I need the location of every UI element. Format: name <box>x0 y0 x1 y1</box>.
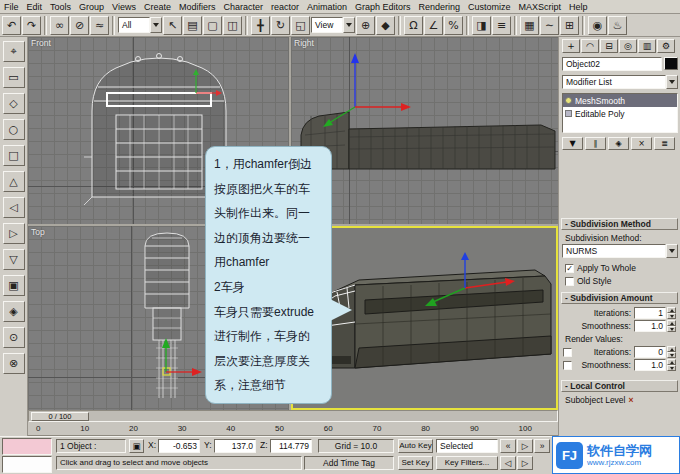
left-toolbar-icon[interactable]: ▽ <box>3 249 25 270</box>
window-crossing-icon[interactable]: ◫ <box>223 16 242 35</box>
menu-item-maxscript[interactable]: MAXScript <box>515 2 566 12</box>
time-slider-track[interactable]: 0 / 100 <box>28 410 558 422</box>
object-color-swatch[interactable] <box>664 57 678 70</box>
right-viewport-label[interactable]: Right <box>294 38 314 48</box>
key-filters-button[interactable]: Key Filters... <box>436 456 498 470</box>
show-end-result-icon[interactable]: ∥ <box>585 137 606 150</box>
make-unique-icon[interactable]: ◈ <box>608 137 629 150</box>
left-toolbar-icon[interactable]: ⌖ <box>3 41 25 62</box>
menu-item-rendering[interactable]: Rendering <box>415 2 465 12</box>
menu-item-create[interactable]: Create <box>140 2 175 12</box>
front-viewport-label[interactable]: Front <box>31 38 51 48</box>
subdivision-method-value[interactable]: NURMS <box>562 244 666 258</box>
auto-key-button[interactable]: Auto Key <box>398 439 433 453</box>
left-toolbar-icon[interactable]: ○ <box>3 119 25 140</box>
create-tab-icon[interactable]: + <box>562 39 580 53</box>
next-frame-button[interactable]: ▷ <box>517 456 533 470</box>
select-and-scale-icon[interactable]: ◱ <box>291 16 310 35</box>
selection-filter-value[interactable]: All <box>118 17 150 33</box>
go-to-start-button[interactable]: « <box>500 439 516 453</box>
remove-modifier-icon[interactable]: × <box>631 137 652 150</box>
time-slider-handle[interactable]: 0 / 100 <box>31 412 89 421</box>
menu-item-help[interactable]: Help <box>565 2 592 12</box>
menu-item-character[interactable]: Character <box>219 2 267 12</box>
modifier-stack-item-editable-poly[interactable]: Editable Poly <box>563 107 677 120</box>
left-toolbar-icon[interactable]: □ <box>3 145 25 166</box>
reference-coordinate-value[interactable]: View <box>311 17 343 33</box>
motion-tab-icon[interactable]: ◎ <box>619 39 637 53</box>
select-object-icon[interactable]: ↖ <box>163 16 182 35</box>
selection-filter-dropdown[interactable]: All <box>118 17 162 33</box>
render-scene-icon[interactable]: ♨ <box>608 16 627 35</box>
go-to-end-button[interactable]: » <box>534 439 550 453</box>
previous-frame-button[interactable]: ◁ <box>500 456 516 470</box>
left-toolbar-icon[interactable]: ▣ <box>3 275 25 296</box>
chevron-down-icon[interactable] <box>666 244 678 258</box>
select-and-rotate-icon[interactable]: ↻ <box>271 16 290 35</box>
menu-item-modifiers[interactable]: Modifiers <box>175 2 220 12</box>
schematic-view-icon[interactable]: ⊞ <box>560 16 579 35</box>
select-and-move-icon[interactable]: ╋ <box>251 16 270 35</box>
render-iterations-spinner[interactable] <box>667 346 676 358</box>
subobject-none-icon[interactable]: × <box>629 395 634 405</box>
bind-to-space-warp-icon[interactable]: ≈ <box>90 16 109 35</box>
iterations-spinner[interactable] <box>667 307 676 319</box>
lock-selection-button[interactable]: ▣ <box>129 439 144 453</box>
chevron-down-icon[interactable] <box>150 17 162 33</box>
left-toolbar-icon[interactable]: ▭ <box>3 67 25 88</box>
rollout-subdivision-method[interactable]: - Subdivision Method <box>561 218 678 230</box>
modifier-list-value[interactable]: Modifier List <box>562 75 666 89</box>
unlink-selection-icon[interactable]: ⊘ <box>70 16 89 35</box>
chevron-down-icon[interactable] <box>666 75 678 89</box>
left-toolbar-icon[interactable]: ⊙ <box>3 327 25 348</box>
menu-item-reactor[interactable]: reactor <box>267 2 303 12</box>
menu-item-views[interactable]: Views <box>108 2 140 12</box>
object-name-field[interactable]: Object02 <box>562 57 662 71</box>
layer-manager-icon[interactable]: ▦ <box>520 16 539 35</box>
render-iterations-checkbox[interactable] <box>563 348 572 357</box>
left-toolbar-icon[interactable]: ◁ <box>3 197 25 218</box>
rollout-subdivision-amount[interactable]: - Subdivision Amount <box>561 292 678 304</box>
add-time-tag-field[interactable]: Add Time Tag <box>304 456 394 470</box>
redo-icon[interactable]: ↷ <box>22 16 41 35</box>
maxscript-mini-listener-macro[interactable] <box>2 438 52 455</box>
render-smoothness-checkbox[interactable] <box>563 361 572 370</box>
left-toolbar-icon[interactable]: △ <box>3 171 25 192</box>
material-editor-icon[interactable]: ◉ <box>588 16 607 35</box>
track-bar[interactable]: 0 10 20 30 40 50 60 70 80 90 100 <box>28 422 558 436</box>
y-coordinate-field[interactable]: 137.0 <box>214 439 256 453</box>
iterations-field[interactable]: 1 <box>634 307 666 319</box>
left-toolbar-icon[interactable]: ⊗ <box>3 353 25 374</box>
menu-item-group[interactable]: Group <box>75 2 108 12</box>
modifier-enabled-bulb-icon[interactable] <box>565 97 572 104</box>
x-coordinate-field[interactable]: -0.653 <box>158 439 200 453</box>
render-smoothness-field[interactable]: 1.0 <box>634 359 666 371</box>
select-and-link-icon[interactable]: ∞ <box>50 16 69 35</box>
select-by-name-icon[interactable]: ▤ <box>183 16 202 35</box>
menu-item-animation[interactable]: Animation <box>303 2 351 12</box>
mirror-icon[interactable]: ◨ <box>472 16 491 35</box>
render-smoothness-spinner[interactable] <box>667 359 676 371</box>
percent-snap-icon[interactable]: % <box>444 16 463 35</box>
undo-icon[interactable]: ↶ <box>2 16 21 35</box>
menu-item-tools[interactable]: Tools <box>46 2 75 12</box>
reference-coordinate-dropdown[interactable]: View <box>311 17 355 33</box>
smoothness-spinner[interactable] <box>667 320 676 332</box>
modifier-list-dropdown[interactable]: Modifier List <box>562 75 678 89</box>
menu-item-edit[interactable]: Edit <box>23 2 47 12</box>
modify-tab-icon[interactable]: ◠ <box>581 39 599 53</box>
apply-to-whole-checkbox[interactable]: ✓ <box>565 264 574 273</box>
key-mode-dropdown[interactable]: Selected <box>436 439 498 453</box>
top-viewport-label[interactable]: Top <box>31 227 45 237</box>
z-coordinate-field[interactable]: 114.779 <box>270 439 312 453</box>
menu-item-graph-editors[interactable]: Graph Editors <box>351 2 415 12</box>
old-style-checkbox[interactable] <box>565 277 574 286</box>
chevron-down-icon[interactable] <box>343 17 355 33</box>
left-toolbar-icon[interactable]: ▷ <box>3 223 25 244</box>
configure-stack-icon[interactable]: ≣ <box>654 137 675 150</box>
select-and-manipulate-icon[interactable]: ◆ <box>376 16 395 35</box>
subdivision-method-dropdown[interactable]: NURMS <box>562 244 678 258</box>
hierarchy-tab-icon[interactable]: ⊟ <box>600 39 618 53</box>
curve-editor-icon[interactable]: ∼ <box>540 16 559 35</box>
use-pivot-point-icon[interactable]: ⊕ <box>356 16 375 35</box>
